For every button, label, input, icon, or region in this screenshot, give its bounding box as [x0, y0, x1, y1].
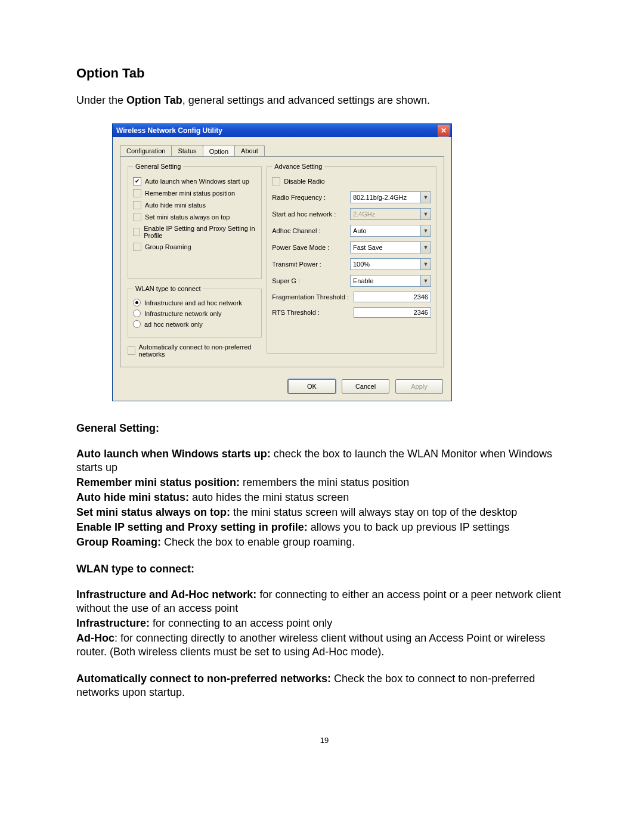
value-radio-frequency: 802.11b/g-2.4GHz	[353, 194, 407, 201]
desc-auto-launch-b: Auto launch when Windows starts up:	[76, 448, 274, 460]
desc-enableip-t: allows you to back up previous IP settin…	[311, 521, 510, 533]
desc-ontop-t: the mini status screen will always stay …	[233, 506, 517, 518]
page-number: 19	[76, 736, 572, 745]
input-rts-threshold[interactable]: 2346	[354, 307, 431, 318]
input-frag-threshold[interactable]: 2346	[354, 292, 431, 302]
label-auto-launch: Auto launch when Windows start up	[145, 178, 249, 185]
desc-enableip-b: Enable IP setting and Proxy setting in p…	[76, 521, 311, 533]
select-radio-frequency[interactable]: 802.11b/g-2.4GHz▼	[350, 191, 431, 203]
desc-ontop-b: Set mini status always on top:	[76, 506, 233, 518]
checkbox-remember-position	[133, 189, 141, 197]
legend-wlan: WLAN type to connect	[133, 285, 203, 292]
group-general-setting: General Setting Auto launch when Windows…	[128, 163, 262, 279]
desc-autoconn-b: Automatically connect to non-preferred n…	[76, 673, 334, 685]
value-rts-threshold: 2346	[414, 309, 428, 316]
desc-autohide-b: Auto hide mini status:	[76, 491, 192, 503]
label-remember-position: Remember mini status position	[145, 190, 235, 197]
window-title: Wireless Network Config Utility	[116, 126, 222, 135]
radio-infra-only[interactable]	[133, 309, 141, 317]
label-enable-ip: Enable IP Setting and Proxy Setting in P…	[144, 225, 256, 239]
label-adhoc-channel: Adhoc Channel :	[272, 227, 320, 234]
checkbox-auto-connect	[128, 346, 135, 355]
chevron-down-icon: ▼	[420, 192, 431, 203]
radio-adhoc-only[interactable]	[133, 320, 141, 328]
intro-text: Under the Option Tab, general settings a…	[76, 94, 572, 107]
group-advance-setting: Advance Setting Disable Radio Radio Freq…	[267, 163, 436, 354]
desc-infra-b: Infrastructure:	[76, 617, 153, 629]
group-wlan-type: WLAN type to connect Infrastructure and …	[128, 285, 262, 337]
chevron-down-icon: ▼	[420, 275, 431, 286]
legend-advance: Advance Setting	[272, 163, 324, 170]
desc-remember-b: Remember mini status position:	[76, 476, 243, 488]
ok-button[interactable]: OK	[288, 379, 336, 394]
label-start-adhoc: Start ad hoc network :	[272, 210, 336, 218]
chevron-down-icon: ▼	[420, 242, 431, 253]
legend-general: General Setting	[133, 163, 183, 170]
chevron-down-icon: ▼	[420, 209, 431, 219]
value-start-adhoc: 2.4GHz	[353, 210, 375, 218]
label-power-save: Power Save Mode :	[272, 244, 329, 251]
value-frag-threshold: 2346	[414, 293, 428, 301]
tab-panel-option: General Setting Auto launch when Windows…	[120, 156, 444, 367]
label-auto-connect: Automatically connect to non-preferred n…	[139, 343, 262, 358]
desc-roaming-b: Group Roaming:	[76, 536, 164, 548]
description-body: General Setting: Auto launch when Window…	[76, 422, 572, 700]
intro-post: , general settings and advanced settings…	[182, 94, 430, 106]
radio-infra-adhoc[interactable]	[133, 299, 141, 306]
tab-configuration[interactable]: Configuration	[120, 145, 172, 156]
label-transmit-power: Transmit Power :	[272, 261, 321, 268]
label-always-on-top: Set mini status always on top	[145, 213, 230, 221]
label-rts-threshold: RTS Threshold :	[272, 309, 320, 316]
label-disable-radio: Disable Radio	[284, 178, 324, 185]
label-super-g: Super G :	[272, 277, 300, 284]
label-adhoc-only: ad hoc network only	[144, 321, 203, 328]
tab-status[interactable]: Status	[171, 145, 203, 156]
tab-option[interactable]: Option	[203, 145, 235, 157]
dialog-screenshot: Wireless Network Config Utility ✕ Config…	[112, 123, 572, 401]
cancel-button[interactable]: Cancel	[342, 379, 389, 394]
tab-strip: Configuration Status Option About	[120, 143, 444, 156]
dialog-button-row: OK Cancel Apply	[113, 373, 451, 401]
value-transmit-power: 100%	[353, 261, 370, 268]
dialog-window: Wireless Network Config Utility ✕ Config…	[112, 123, 452, 401]
select-start-adhoc: 2.4GHz▼	[350, 208, 431, 220]
titlebar[interactable]: Wireless Network Config Utility ✕	[113, 124, 451, 137]
desc-adhoc-b: Ad-Hoc	[76, 632, 114, 644]
heading-wlan-type: WLAN type to connect:	[76, 562, 572, 576]
tab-about[interactable]: About	[234, 145, 265, 156]
value-power-save: Fast Save	[353, 244, 383, 251]
checkbox-auto-launch[interactable]	[133, 177, 141, 185]
desc-roaming-t: Check the box to enable group roaming.	[164, 536, 355, 548]
chevron-down-icon: ▼	[420, 259, 431, 270]
select-transmit-power[interactable]: 100%▼	[350, 258, 431, 270]
close-icon[interactable]: ✕	[438, 125, 450, 137]
checkbox-enable-ip	[133, 228, 140, 236]
select-super-g[interactable]: Enable▼	[350, 275, 431, 287]
label-frag-threshold: Fragmentation Threshold :	[272, 293, 349, 301]
checkbox-group-roaming	[133, 243, 141, 251]
apply-button: Apply	[395, 379, 443, 394]
intro-bold: Option Tab	[126, 94, 182, 106]
desc-remember-t: remembers the mini status position	[243, 476, 409, 488]
checkbox-auto-hide	[133, 201, 141, 209]
value-adhoc-channel: Auto	[353, 227, 367, 234]
chevron-down-icon: ▼	[420, 225, 431, 236]
select-power-save[interactable]: Fast Save▼	[350, 241, 431, 253]
label-auto-hide: Auto hide mini status	[145, 202, 206, 209]
checkbox-always-on-top	[133, 213, 141, 221]
label-infra-adhoc: Infrastructure and ad hoc network	[144, 299, 242, 306]
label-radio-frequency: Radio Frequency :	[272, 194, 326, 201]
label-group-roaming: Group Roaming	[145, 243, 191, 250]
desc-infra-adhoc-b: Infrastructure and Ad-Hoc network:	[76, 589, 259, 600]
label-infra-only: Infrastructure network only	[144, 310, 222, 317]
intro-pre: Under the	[76, 94, 126, 106]
page-title: Option Tab	[76, 66, 572, 81]
checkbox-disable-radio	[272, 177, 280, 185]
desc-adhoc-t: : for connecting directly to another wir…	[76, 632, 545, 658]
value-super-g: Enable	[353, 277, 373, 284]
select-adhoc-channel[interactable]: Auto▼	[350, 225, 431, 237]
heading-general-setting: General Setting:	[76, 422, 572, 435]
desc-autohide-t: auto hides the mini status screen	[192, 491, 349, 503]
desc-infra-t: for connecting to an access point only	[153, 617, 332, 629]
